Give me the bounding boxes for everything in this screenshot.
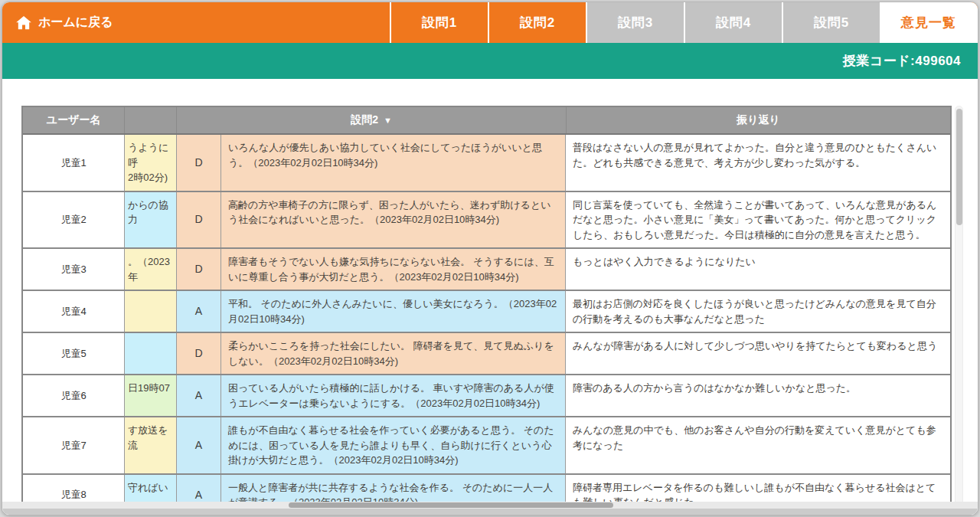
table-row: 児童4 A 平和。 そのために外人さんみたいに、優しい美女になろう。（2023年… [23,291,950,333]
user-name-cell: 児童6 [23,375,125,416]
table-row: 児童5 D 柔らかいこころを持った社会にしたい。 障碍者を見て、見て見ぬふりをし… [23,333,950,375]
window-bottom-edge [2,509,978,515]
home-button[interactable]: ホームに戻る [2,2,390,43]
prev-question-cell: す放送を流 [125,417,177,473]
vertical-scrollbar-thumb[interactable] [956,109,962,225]
prev-question-cell [125,333,177,374]
opinion-cell[interactable]: 平和。 そのために外人さんみたいに、優しい美女になろう。（2023年02月02日… [221,291,566,332]
table-row: 児童2 からの協力 D 高齢の方や車椅子の方に限らず、困った人がいたら、迷わず助… [23,192,950,250]
table-row: 児童1 うように呼 2時02分) D いろんな人が優先しあい協力していく社会にし… [23,135,950,192]
opinion-cell[interactable]: 誰もが不自由なく暮らせる社会を作っていく必要があると思う。 そのためには、困って… [221,417,566,473]
answer-mark-cell: D [177,192,221,248]
answer-mark-cell: D [177,135,221,191]
user-name-cell: 児童5 [23,333,125,374]
tab-opinion-list[interactable]: 意見一覧 [880,2,978,43]
reflection-cell: もっとはやく入力できるようになりたい [566,249,950,290]
opinion-cell[interactable]: 障害者もそうでない人も嫌な気持ちにならない社会。 そうするには、互いに尊重し合う… [221,249,566,290]
vertical-scrollbar[interactable] [955,106,963,508]
user-name-cell: 児童7 [23,417,125,473]
answer-mark-cell: D [177,249,221,290]
tab-q4[interactable]: 設問4 [684,2,782,43]
col-header-user: ユーザー名 [23,107,125,133]
opinions-table: ユーザー名 設問2 ▼ 振り返り 児童1 うように呼 2時02分) D いろんな… [21,106,952,515]
reflection-cell: 普段はなさない人の意見が見れてよかった。自分と違う意見のひともたくさんいた。どれ… [566,135,950,191]
tab-q2[interactable]: 設問2 [488,2,586,43]
table-body: 児童1 うように呼 2時02分) D いろんな人が優先しあい協力していく社会にし… [23,135,950,515]
answer-mark-cell: A [177,291,221,332]
class-code-bar: 授業コード:499604 [2,43,978,79]
table-header-row: ユーザー名 設問2 ▼ 振り返り [23,107,950,135]
table-row: 児童3 。（2023年 D 障害者もそうでない人も嫌な気持ちにならない社会。 そ… [23,249,950,291]
col-header-question2[interactable]: 設問2 ▼ [177,107,567,133]
reflection-cell: 同じ言葉を使っていても、全然違うことが書いてあって、いろんな意見があるんだなと思… [566,192,950,248]
horizontal-scrollbar-thumb[interactable] [289,502,613,508]
answer-mark-cell: A [177,417,221,473]
prev-question-cell: 日19時07 [125,375,177,416]
tab-bar: 設問1設問2設問3設問4設問5意見一覧 [390,2,978,43]
reflection-cell: みんなが障害がある人に対して少しづつ思いやりを持てたらとても変わると思う [566,333,950,374]
prev-question-cell: 。（2023年 [125,249,177,290]
class-code: 授業コード:499604 [843,52,961,70]
home-button-label: ホームに戻る [38,15,113,31]
tab-q3[interactable]: 設問3 [586,2,684,43]
top-header: ホームに戻る 設問1設問2設問3設問4設問5意見一覧 [2,2,978,43]
prev-question-cell: うように呼 2時02分) [125,135,177,191]
answer-mark-cell: A [177,375,221,416]
opinion-cell[interactable]: 困っている人がいたら積極的に話しかける。 車いすや障害のある人が使うエレベーター… [221,375,566,416]
answer-mark-cell: D [177,333,221,374]
prev-question-cell [125,291,177,332]
tab-q1[interactable]: 設問1 [390,2,488,43]
app-window: ホームに戻る 設問1設問2設問3設問4設問5意見一覧 授業コード:499604 … [2,2,978,515]
tab-q5[interactable]: 設問5 [782,2,880,43]
reflection-cell: みんなの意見の中でも、他のお客さんや自分の行動を変えていく意見がとても参考になっ… [566,417,950,473]
prev-question-cell: からの協力 [125,192,177,248]
opinion-cell[interactable]: いろんな人が優先しあい協力していく社会にしてったほうがいいと思う。（2023年0… [221,135,566,191]
horizontal-scrollbar[interactable] [2,502,978,509]
reflection-cell: 最初はお店側の対応を良くしたほうが良いと思ったけどみんなの意見を見て自分の行動を… [566,291,950,332]
user-name-cell: 児童4 [23,291,125,332]
col-header-reflection: 振り返り [567,107,950,133]
table-row: 児童6 日19時07 A 困っている人がいたら積極的に話しかける。 車いすや障害… [23,375,950,417]
content-area: ユーザー名 設問2 ▼ 振り返り 児童1 うように呼 2時02分) D いろんな… [2,79,978,515]
user-name-cell: 児童1 [23,135,125,191]
sort-desc-icon[interactable]: ▼ [384,116,392,125]
opinion-cell[interactable]: 柔らかいこころを持った社会にしたい。 障碍者を見て、見て見ぬふりをしない。（20… [221,333,566,374]
reflection-cell: 障害のある人の方から言うのはなかなか難しいかなと思った。 [566,375,950,416]
table-row: 児童7 す放送を流 A 誰もが不自由なく暮らせる社会を作っていく必要があると思う… [23,417,950,475]
home-icon [16,16,31,30]
opinion-cell[interactable]: 高齢の方や車椅子の方に限らず、困った人がいたら、迷わず助けるという社会になればい… [221,192,566,248]
user-name-cell: 児童2 [23,192,125,248]
user-name-cell: 児童3 [23,249,125,290]
col-header-prev-question [125,107,177,133]
